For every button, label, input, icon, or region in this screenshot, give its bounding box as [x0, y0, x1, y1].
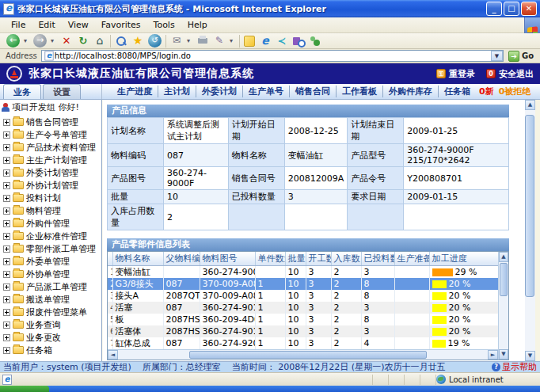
expand-icon[interactable]: [3, 119, 10, 126]
menu-item-file[interactable]: File: [5, 18, 32, 32]
search-icon[interactable]: [115, 35, 127, 48]
sidebar-item-4[interactable]: 外委计划管理: [2, 166, 101, 179]
print-icon[interactable]: [196, 35, 209, 48]
nav-item-3[interactable]: 生产单号: [242, 86, 289, 97]
column-header[interactable]: 单件数量: [255, 252, 285, 266]
hscroll-thumb[interactable]: [189, 351, 427, 359]
menu-item-edit[interactable]: Edit: [32, 18, 61, 32]
table-row[interactable]: 5板2087HS002360-209-4D01011032820 %: [108, 314, 498, 325]
expand-icon[interactable]: [3, 296, 10, 303]
back-dropdown-icon[interactable]: ▾: [24, 37, 29, 44]
nav-item-0[interactable]: 生产进度: [112, 86, 158, 97]
column-header[interactable]: 加工进度: [429, 252, 498, 266]
column-header[interactable]: 父物料编码: [163, 252, 200, 266]
page-scroll-thumb[interactable]: [525, 115, 534, 297]
expand-icon[interactable]: [3, 284, 10, 291]
edit-dropdown-icon[interactable]: ▾: [230, 37, 235, 44]
expand-icon[interactable]: [3, 220, 10, 227]
column-header[interactable]: 入库数: [331, 252, 361, 266]
mail-icon[interactable]: ✉: [170, 35, 183, 48]
nav-item-2[interactable]: 外委计划: [196, 86, 242, 97]
column-header[interactable]: 批量: [285, 252, 306, 266]
scroll-right-icon[interactable]: ►: [488, 350, 498, 360]
sidebar-item-2[interactable]: 产品技术资料管理: [2, 141, 101, 154]
stop-icon[interactable]: ✕: [60, 35, 73, 48]
column-header[interactable]: 已投料数: [361, 252, 394, 266]
column-header[interactable]: 生产准备: [394, 252, 429, 266]
table-row[interactable]: 6活塞体2087HS002360-274-9011W11032320 %: [108, 325, 498, 337]
nav-item-4[interactable]: 销售合同: [289, 86, 336, 97]
expand-icon[interactable]: [3, 207, 10, 215]
tab-settings[interactable]: 设置: [43, 84, 81, 99]
refresh-icon[interactable]: ↻: [77, 35, 89, 48]
sidebar-item-1[interactable]: 生产令号单管理: [2, 128, 101, 141]
nav-item-1[interactable]: 主计划: [158, 86, 196, 97]
home-icon[interactable]: ⌂: [93, 35, 106, 48]
edit-icon[interactable]: ✎: [213, 35, 226, 48]
sidebar-item-17[interactable]: 业务更改: [2, 331, 101, 344]
vscroll-thumb[interactable]: [500, 263, 508, 296]
table-row[interactable]: 3接头A2087QT002370-009-A085011032820 %: [108, 290, 498, 302]
history-icon[interactable]: ↺: [148, 34, 162, 48]
expand-icon[interactable]: [3, 233, 10, 240]
column-header[interactable]: 物料名称: [112, 252, 163, 266]
sidebar-item-11[interactable]: 外委单管理: [2, 255, 101, 268]
page-scroll-down-icon[interactable]: ▼: [525, 351, 535, 361]
column-header[interactable]: 物料图号: [200, 252, 255, 266]
menu-item-favorites[interactable]: Favorites: [95, 18, 147, 32]
nav-item-5[interactable]: 工作看板: [336, 86, 382, 97]
forward-dropdown-icon[interactable]: ▾: [51, 37, 56, 44]
sidebar-item-15[interactable]: 报废件管理菜单: [2, 306, 101, 318]
sidebar-item-3[interactable]: 主生产计划管理: [2, 154, 101, 166]
expand-icon[interactable]: [3, 271, 10, 278]
sidebar-item-6[interactable]: 投料计划: [2, 192, 101, 204]
expand-icon[interactable]: [3, 131, 10, 139]
messenger-icon[interactable]: [309, 35, 321, 48]
internet-explorer-icon[interactable]: e: [259, 35, 272, 48]
sidebar-item-9[interactable]: 企业标准件管理: [2, 230, 101, 242]
menu-item-tools[interactable]: Tools: [147, 18, 181, 32]
table-row[interactable]: 4活塞087360-274-9010F11032320 %: [108, 302, 498, 314]
minimize-button[interactable]: _: [486, 2, 502, 16]
go-button[interactable]: ➔ Go: [504, 51, 538, 62]
parts-vscrollbar[interactable]: ▲ ▼: [498, 252, 508, 360]
sidebar-item-18[interactable]: 任务箱: [2, 344, 101, 356]
expand-icon[interactable]: [3, 309, 10, 316]
research-icon[interactable]: [292, 35, 305, 48]
menu-item-help[interactable]: Help: [181, 18, 214, 32]
nav-item-6[interactable]: 外购件库存: [382, 86, 438, 97]
page-scroll-up-icon[interactable]: ▲: [525, 100, 535, 110]
sidebar-item-12[interactable]: 外协单管理: [2, 268, 101, 280]
expand-icon[interactable]: [3, 258, 10, 265]
scroll-up-icon[interactable]: ▲: [499, 252, 508, 262]
show-help-link[interactable]: ? 显示帮助: [492, 361, 537, 373]
logout-button[interactable]: 0 安全退出: [486, 68, 534, 80]
table-row[interactable]: 1变幅油缸360-274-9000F1032329 %: [108, 266, 498, 279]
maximize-button[interactable]: □: [504, 2, 519, 16]
sidebar-item-8[interactable]: 外购件管理: [2, 217, 101, 230]
start-button-fragment[interactable]: [0, 386, 49, 392]
favorites-icon[interactable]: ★: [131, 35, 144, 48]
sidebar-item-5[interactable]: 外协计划管理: [2, 179, 101, 192]
related-links-icon[interactable]: ≺: [276, 35, 288, 48]
page-vscrollbar[interactable]: ▲ ▼: [525, 100, 535, 361]
menu-item-view[interactable]: View: [62, 18, 95, 32]
sidebar-item-10[interactable]: 零部件派工单管理: [2, 242, 101, 255]
close-button[interactable]: ✕: [521, 2, 537, 16]
sidebar-item-14[interactable]: 搬送单管理: [2, 293, 101, 306]
nav-item-7[interactable]: 任务箱: [438, 86, 476, 97]
column-header[interactable]: 开工数: [306, 252, 331, 266]
sidebar-item-7[interactable]: 物料管理: [2, 204, 101, 217]
address-dropdown-icon[interactable]: ▼: [491, 51, 503, 61]
expand-icon[interactable]: [3, 157, 10, 164]
forward-icon[interactable]: →: [33, 34, 47, 48]
parts-hscrollbar[interactable]: ◄ ►: [108, 349, 498, 360]
expand-icon[interactable]: [3, 169, 10, 177]
expand-icon[interactable]: [3, 182, 10, 189]
back-icon[interactable]: ←: [6, 34, 20, 48]
tab-business[interactable]: 业务: [3, 84, 41, 99]
expand-icon[interactable]: [3, 347, 10, 354]
scroll-down-icon[interactable]: ▼: [499, 349, 508, 360]
sidebar-item-0[interactable]: 销售合同管理: [2, 116, 101, 128]
notes-icon[interactable]: [244, 36, 255, 47]
